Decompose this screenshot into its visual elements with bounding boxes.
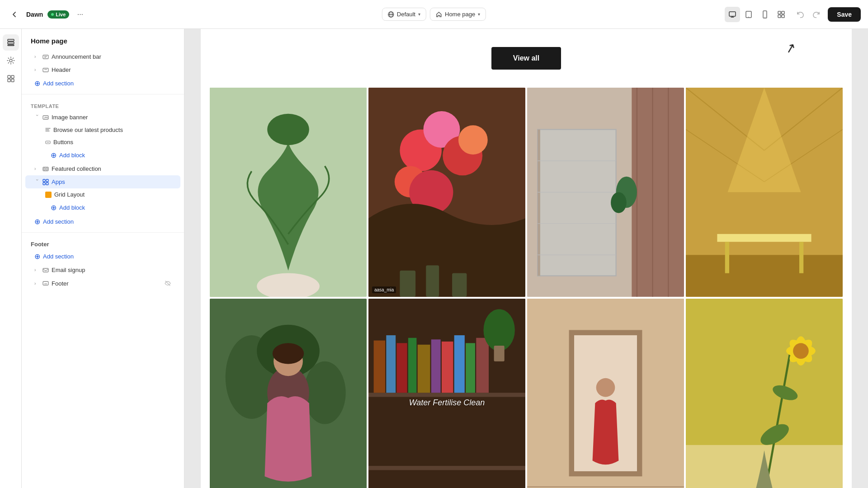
view-all-section: View all (201, 29, 852, 79)
svg-rect-33 (43, 179, 45, 182)
sidebar-item-header[interactable]: › Header (25, 63, 180, 76)
sidebar-item-email-signup[interactable]: › Email signup (25, 263, 180, 277)
svg-rect-11 (782, 11, 784, 14)
sidebar-item-grid-layout[interactable]: Grid Layout (25, 188, 180, 201)
home-icon (436, 11, 442, 18)
svg-rect-34 (46, 179, 48, 182)
footer-group-label: Footer (22, 236, 184, 249)
add-section-label-1: Add section (43, 80, 74, 87)
apps-icon-button[interactable] (3, 70, 19, 87)
grid-view-button[interactable] (774, 7, 789, 22)
grid-cell-4[interactable] (686, 88, 843, 297)
grid-cell-2[interactable]: aasa_mia (368, 88, 525, 297)
svg-point-9 (765, 17, 765, 17)
add-block-label-1: Add block (59, 152, 85, 159)
canvas: View all (184, 29, 868, 488)
settings-icon-button[interactable] (3, 52, 19, 69)
svg-rect-15 (8, 42, 14, 44)
add-block-label-2: Add block (59, 204, 85, 211)
globe-icon (388, 11, 394, 18)
svg-point-78 (304, 361, 346, 424)
golden-room-image (686, 88, 843, 297)
sections-icon-button[interactable] (3, 34, 19, 51)
sidebar-item-buttons[interactable]: Buttons (25, 136, 180, 148)
svg-rect-13 (782, 15, 784, 18)
homepage-dropdown[interactable]: Home page ▾ (430, 8, 486, 21)
sidebar-item-footer[interactable]: › Footer (25, 277, 180, 290)
topbar-right: Save (725, 7, 861, 22)
svg-rect-10 (778, 11, 781, 14)
live-dot (51, 13, 54, 16)
tablet-view-button[interactable] (741, 7, 756, 22)
svg-rect-75 (799, 242, 803, 273)
add-section-label-2: Add section (43, 218, 74, 225)
add-section-button-2[interactable]: ⊕ Add section (25, 215, 83, 229)
overlay-text-books: Water Fertilise Clean (409, 398, 485, 408)
yellow-flower-image (686, 299, 843, 488)
grid-cell-5[interactable] (210, 299, 367, 488)
chevron-down-icon-3: › (35, 115, 40, 120)
undo-button[interactable] (793, 7, 808, 22)
sidebar-icons (0, 29, 22, 488)
chevron-down-icon-2: ▾ (478, 12, 480, 17)
desktop-view-button[interactable] (725, 7, 740, 22)
add-section-button-footer[interactable]: ⊕ Add section (25, 249, 83, 263)
svg-rect-60 (538, 130, 616, 276)
grid-cell-6[interactable]: Water Fertilise Clean (368, 299, 525, 488)
add-block-button-2[interactable]: ⊕ Add block (25, 201, 94, 215)
svg-rect-21 (11, 79, 14, 82)
svg-rect-61 (538, 130, 540, 276)
plant-image (210, 88, 367, 297)
chevron-right-icon-5: › (34, 281, 40, 286)
doorway-image (527, 299, 684, 488)
add-section-button-1[interactable]: ⊕ Add section (25, 76, 83, 90)
svg-rect-56 (632, 88, 684, 297)
svg-rect-52 (426, 265, 439, 296)
svg-rect-36 (46, 183, 48, 185)
store-name: Dawn (26, 11, 43, 18)
back-button[interactable] (7, 7, 22, 22)
eye-slash-icon (164, 280, 171, 287)
sidebar-item-announcement-bar[interactable]: › Announcement bar (25, 50, 180, 63)
svg-rect-38 (43, 282, 48, 285)
grid-cell-3[interactable] (527, 88, 684, 297)
apps-section-icon (42, 179, 49, 185)
plus-icon-4: ⊕ (34, 217, 40, 226)
sidebar-item-image-banner[interactable]: › Image banner (25, 111, 180, 124)
add-section-footer-label: Add section (43, 253, 74, 260)
svg-rect-20 (8, 79, 10, 82)
mobile-view-button[interactable] (757, 7, 773, 22)
image-grid: aasa_mia (201, 79, 852, 488)
grid-cell-8[interactable] (686, 299, 843, 488)
svg-rect-19 (11, 75, 14, 78)
flowers-image (368, 88, 525, 297)
svg-point-117 (793, 343, 809, 359)
header-section-icon (42, 67, 49, 73)
save-button[interactable]: Save (828, 7, 861, 22)
chevron-down-icon: ▾ (418, 12, 420, 17)
template-label: Template (22, 98, 184, 111)
svg-point-82 (273, 343, 304, 364)
svg-rect-53 (452, 273, 467, 297)
sidebar-item-browse-products[interactable]: Browse our latest products (25, 124, 180, 136)
svg-rect-51 (400, 271, 415, 297)
grid-cell-7[interactable] (527, 299, 684, 488)
svg-rect-25 (43, 68, 48, 72)
default-dropdown[interactable]: Default ▾ (382, 8, 426, 21)
featured-collection-icon (42, 166, 49, 172)
sidebar-panel: Home page › Announcement bar › Header ⊕ … (22, 29, 184, 488)
topbar: Dawn Live ··· Default ▾ Home page ▾ (0, 0, 868, 29)
divider-1 (22, 94, 184, 94)
view-all-button[interactable]: View all (491, 47, 561, 70)
svg-point-49 (458, 125, 488, 155)
add-block-button-1[interactable]: ⊕ Add block (25, 148, 94, 162)
redo-button[interactable] (809, 7, 824, 22)
grid-layout-label: Grid Layout (54, 191, 85, 198)
more-button[interactable]: ··· (74, 8, 86, 21)
sidebar-item-featured-collection[interactable]: › Featured collection (25, 162, 180, 175)
sidebar-item-apps[interactable]: › Apps (25, 175, 180, 188)
grid-cell-1[interactable] (210, 88, 367, 297)
live-badge: Live (47, 10, 69, 19)
plus-icon-2: ⊕ (51, 151, 57, 160)
bathroom-image (527, 88, 684, 297)
